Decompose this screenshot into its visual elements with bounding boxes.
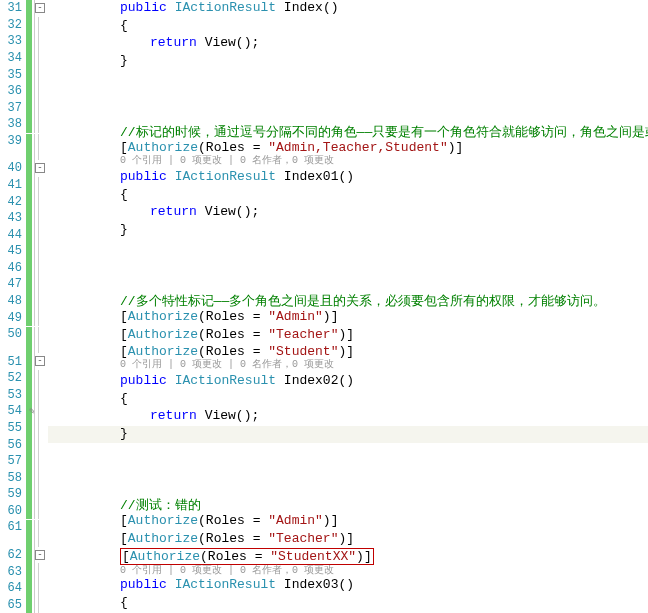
line-number[interactable]: 40 — [0, 161, 26, 175]
minus-icon[interactable]: - — [35, 356, 45, 366]
code-line[interactable]: [Authorize(Roles = "Teacher")] — [48, 531, 648, 549]
code-text[interactable]: [Authorize(Roles = "Student")] — [54, 344, 354, 359]
code-text[interactable]: } — [54, 426, 128, 441]
code-line[interactable]: [Authorize(Roles = "Student")]0 个引用 | 0 … — [48, 344, 648, 373]
code-text[interactable]: [Authorize(Roles = "Admin")] — [54, 309, 338, 324]
code-text[interactable]: return View(); — [54, 408, 259, 423]
code-text[interactable]: [Authorize(Roles = "StudentXX")] — [54, 548, 374, 565]
line-number[interactable]: 37 — [0, 101, 26, 115]
code-line[interactable]: return View(); — [48, 35, 648, 53]
line-number[interactable]: 52 — [0, 371, 26, 385]
line-number[interactable]: 49 — [0, 311, 26, 325]
code-text[interactable]: public IActionResult Index() — [54, 0, 338, 15]
code-line[interactable]: } — [48, 222, 648, 240]
line-number[interactable]: 46 — [0, 261, 26, 275]
line-number[interactable]: 43 — [0, 211, 26, 225]
line-number[interactable]: 35 — [0, 68, 26, 82]
code-line[interactable]: return View(); — [48, 408, 648, 426]
code-line[interactable]: public IActionResult Index02() — [48, 373, 648, 391]
line-number[interactable]: 62 — [0, 548, 26, 562]
line-number[interactable]: 44 — [0, 228, 26, 242]
code-line[interactable] — [48, 257, 648, 275]
code-text[interactable]: //测试：错的 — [54, 498, 201, 513]
code-line[interactable] — [48, 274, 648, 292]
line-number[interactable]: 59 — [0, 487, 26, 501]
line-number[interactable]: 60 — [0, 504, 26, 518]
code-line[interactable] — [48, 239, 648, 257]
code-text[interactable]: { — [54, 595, 128, 610]
code-line[interactable]: { — [48, 187, 648, 205]
line-number[interactable]: 47 — [0, 277, 26, 291]
line-number[interactable]: 51 — [0, 355, 26, 369]
line-number[interactable]: 48 — [0, 294, 26, 308]
code-editor[interactable]: 31-323334353637383940-414243444546474849… — [0, 0, 648, 613]
code-text[interactable]: public IActionResult Index01() — [54, 169, 354, 184]
line-number[interactable]: 32 — [0, 18, 26, 32]
code-text[interactable]: //标记的时候，通过逗号分隔不同的角色——只要是有一个角色符合就能够访问，角色之… — [54, 125, 648, 140]
line-number[interactable]: 57 — [0, 454, 26, 468]
code-line[interactable] — [48, 478, 648, 496]
outline-collapse-box[interactable]: - — [34, 353, 48, 370]
line-number[interactable]: 54 — [0, 404, 26, 418]
line-number[interactable]: 45 — [0, 244, 26, 258]
code-line[interactable] — [48, 105, 648, 123]
code-line[interactable]: { — [48, 18, 648, 36]
line-number[interactable]: 36 — [0, 84, 26, 98]
code-line[interactable]: [Authorize(Roles = "Teacher")] — [48, 327, 648, 345]
code-line[interactable]: public IActionResult Index01() — [48, 169, 648, 187]
code-line[interactable]: //测试：错的 — [48, 496, 648, 514]
code-text[interactable]: [Authorize(Roles = "Admin,Teacher,Studen… — [54, 140, 463, 155]
code-line[interactable]: [Authorize(Roles = "Admin,Teacher,Studen… — [48, 140, 648, 169]
outline-collapse-box[interactable]: - — [34, 160, 48, 177]
code-line[interactable]: } — [48, 53, 648, 71]
code-text[interactable]: [Authorize(Roles = "Teacher")] — [54, 327, 354, 342]
minus-icon[interactable]: - — [35, 163, 45, 173]
code-line[interactable]: return View(); — [48, 204, 648, 222]
code-line[interactable]: //标记的时候，通过逗号分隔不同的角色——只要是有一个角色符合就能够访问，角色之… — [48, 123, 648, 141]
line-number[interactable]: 50 — [0, 327, 26, 341]
code-text[interactable]: //多个特性标记——多个角色之间是且的关系，必须要包含所有的权限，才能够访问。 — [54, 294, 606, 309]
code-text[interactable]: } — [54, 53, 128, 68]
minus-icon[interactable]: - — [35, 550, 45, 560]
code-line[interactable]: public IActionResult Index03() — [48, 577, 648, 595]
code-text[interactable]: [Authorize(Roles = "Teacher")] — [54, 531, 354, 546]
code-text[interactable]: { — [54, 391, 128, 406]
code-text[interactable]: return View(); — [54, 35, 259, 50]
line-number[interactable]: 65 — [0, 598, 26, 612]
line-number[interactable]: 63 — [0, 565, 26, 579]
codelens[interactable]: 0 个引用 | 0 项更改 | 0 名作者，0 项更改 — [54, 565, 648, 576]
code-text[interactable]: { — [54, 18, 128, 33]
code-line[interactable]: public IActionResult Index() — [48, 0, 648, 18]
code-line[interactable] — [48, 88, 648, 106]
line-number[interactable]: 61 — [0, 520, 26, 534]
code-area[interactable]: public IActionResult Index(){return View… — [48, 0, 648, 613]
line-number[interactable]: 39 — [0, 134, 26, 148]
code-text[interactable]: [Authorize(Roles = "Admin")] — [54, 513, 338, 528]
outline-collapse-box[interactable]: - — [34, 547, 48, 564]
code-line[interactable] — [48, 70, 648, 88]
line-number[interactable]: 53 — [0, 388, 26, 402]
code-line[interactable]: } — [48, 426, 648, 444]
code-text[interactable]: public IActionResult Index03() — [54, 577, 354, 592]
line-number[interactable]: 41 — [0, 178, 26, 192]
code-line[interactable] — [48, 461, 648, 479]
line-number[interactable]: 31 — [0, 1, 26, 15]
code-line[interactable]: [Authorize(Roles = "Admin")] — [48, 513, 648, 531]
code-line[interactable]: { — [48, 391, 648, 409]
line-number[interactable]: 33 — [0, 34, 26, 48]
code-line[interactable]: [Authorize(Roles = "StudentXX")]0 个引用 | … — [48, 548, 648, 577]
code-text[interactable]: } — [54, 222, 128, 237]
line-number[interactable]: 64 — [0, 581, 26, 595]
line-number[interactable]: 58 — [0, 471, 26, 485]
line-number[interactable]: 38 — [0, 117, 26, 131]
minus-icon[interactable]: - — [35, 3, 45, 13]
line-number[interactable]: 34 — [0, 51, 26, 65]
code-line[interactable]: //多个特性标记——多个角色之间是且的关系，必须要包含所有的权限，才能够访问。 — [48, 292, 648, 310]
outline-collapse-box[interactable]: - — [34, 0, 48, 17]
line-number[interactable]: 56 — [0, 438, 26, 452]
code-line[interactable]: { — [48, 595, 648, 613]
code-text[interactable]: public IActionResult Index02() — [54, 373, 354, 388]
code-text[interactable]: { — [54, 187, 128, 202]
codelens[interactable]: 0 个引用 | 0 项更改 | 0 名作者，0 项更改 — [54, 155, 648, 166]
line-number[interactable]: 55 — [0, 421, 26, 435]
